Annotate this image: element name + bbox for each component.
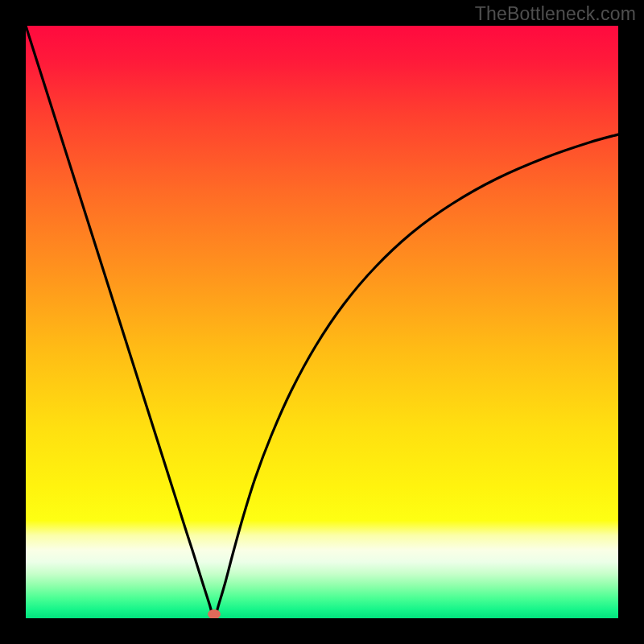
gradient-background [26, 26, 618, 618]
plot-area [26, 26, 618, 618]
plot-svg [26, 26, 618, 618]
chart-frame: TheBottleneck.com [0, 0, 644, 644]
watermark-text: TheBottleneck.com [475, 3, 636, 25]
